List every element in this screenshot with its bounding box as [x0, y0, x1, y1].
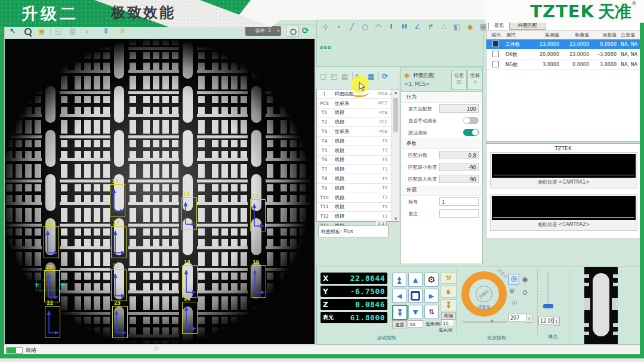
manual-measure-toggle[interactable]	[463, 117, 479, 124]
scroll-down-icon[interactable]: ▼	[392, 216, 399, 221]
exposure-slider-handle[interactable]	[543, 304, 553, 308]
speed-button[interactable]: 速度	[392, 320, 407, 329]
coordinate-button[interactable]: 坐标 ⊹	[467, 70, 483, 90]
list-item[interactable]: T3 坐标系 PCS	[317, 127, 399, 137]
probe-down-button[interactable]: ▼▼	[440, 299, 457, 311]
jog-up-button[interactable]: ▲	[408, 273, 423, 287]
list-item[interactable]: PCS 坐标系 MCS	[317, 99, 399, 109]
spin-down-icon[interactable]: ▾	[556, 321, 557, 324]
table-row[interactable]: 工件数 23.0000 23.0000 0.0000 NA, NA	[486, 39, 640, 49]
cursor-tool-icon[interactable]: ↖	[10, 27, 16, 35]
chart-tool-icon[interactable]: ▧	[69, 27, 76, 35]
geometry-tool-icon[interactable]: ∴	[440, 23, 448, 31]
probe-up-button[interactable]: ⚒	[440, 272, 457, 284]
camera-live-image[interactable]: 13 14 15	[5, 39, 315, 344]
focus-button[interactable]: ♞	[440, 286, 457, 298]
light-tool-icon[interactable]: ☼	[119, 27, 126, 35]
jog-down-fast-button[interactable]: ▼▼	[392, 305, 408, 320]
max-match-input[interactable]: 100	[439, 104, 479, 113]
scroll-up-icon[interactable]: ▲	[392, 90, 399, 94]
motion-settings-button[interactable]: ⚙	[424, 273, 439, 287]
brightness-value[interactable]: 207	[509, 314, 526, 321]
remark-input[interactable]	[439, 209, 479, 218]
roi-tool-icon[interactable]: ◱	[55, 27, 61, 35]
max-angle-input[interactable]: 90	[439, 175, 479, 183]
cross-tool-icon[interactable]: ＋	[84, 27, 91, 37]
min-angle-input[interactable]: -90	[439, 163, 479, 171]
list-item[interactable]: T2 线段 PCS	[317, 117, 399, 127]
list-item[interactable]: T8 线段 T3	[317, 174, 399, 184]
light-mode-back-icon[interactable]: ☉	[511, 299, 517, 307]
list-item[interactable]: T4 线段 T3	[317, 137, 399, 146]
open-file-icon[interactable]: ◰	[331, 72, 337, 81]
joystick-mode-button[interactable]: ⇅	[424, 305, 439, 319]
geometry-tool-icon[interactable]: ↱	[427, 23, 435, 31]
output-checkbox[interactable]	[492, 61, 499, 67]
light-mode-segment-icon[interactable]: ⊛	[509, 287, 514, 295]
spin-down-icon[interactable]: ▾	[528, 318, 530, 321]
stop-motion-button[interactable]	[408, 289, 423, 303]
geometry-tool-icon[interactable]: ∘	[335, 23, 343, 31]
jog-up-fast-button[interactable]: ▲▲	[392, 273, 406, 287]
geometry-tool-icon[interactable]: ◆	[466, 23, 474, 31]
list-item[interactable]: T1 线段 PCS	[317, 109, 399, 118]
jog-left-button[interactable]: ◀	[392, 289, 406, 303]
light-mode-coaxial-icon[interactable]: ◎	[509, 274, 519, 284]
template-field[interactable]: 样图模板: Plus	[318, 225, 389, 237]
speed-input[interactable]: 50	[408, 320, 423, 328]
light-mode-ring-icon[interactable]: ◉	[522, 276, 528, 283]
scroll-thumb[interactable]	[393, 98, 398, 132]
new-file-icon[interactable]: ▢	[320, 72, 326, 81]
list-item[interactable]: T11 线段 T3	[317, 203, 399, 212]
geometry-tool-icon[interactable]: ∠	[414, 23, 421, 31]
output-checkbox[interactable]	[492, 41, 499, 47]
caliper-tool-icon[interactable]: ⇕	[103, 27, 109, 35]
list-item[interactable]: T12 线段 T3	[317, 212, 399, 221]
light-slider[interactable]	[463, 321, 507, 323]
step-input[interactable]: 10	[441, 320, 454, 326]
index-input[interactable]: 1	[439, 197, 479, 206]
activate-measure-toggle[interactable]	[463, 129, 479, 136]
save-file-icon[interactable]: ▤	[341, 72, 348, 81]
zoom-tool-icon[interactable]	[24, 28, 32, 35]
cell-attribute: NG数	[504, 61, 532, 68]
exposure-spinbox[interactable]: 12.00 ▴▾	[538, 317, 560, 326]
jog-right-button[interactable]: ▶	[424, 289, 439, 303]
list-item[interactable]: T9 线段 T3	[317, 184, 399, 193]
list-item[interactable]: T6 线段 T3	[317, 156, 399, 165]
tolerance-button[interactable]: 公差 ◫	[451, 70, 467, 90]
step-button[interactable]: 间隔	[441, 312, 456, 320]
list-scrollbar[interactable]: ▲ ▼	[392, 89, 399, 221]
table-row[interactable]: NG数 3.0000 0.0000 3.0000 NA, NA	[486, 60, 640, 70]
light-mode-dome-icon[interactable]: ⊜	[522, 289, 528, 296]
refresh-list-icon[interactable]: ⟳	[382, 72, 388, 81]
match-number: 15	[252, 194, 258, 199]
list-item[interactable]: T7 线段 T3	[317, 165, 399, 174]
image-tool-icon[interactable]: ▣	[38, 27, 45, 35]
geometry-tool-icon[interactable]: ⊹	[322, 23, 329, 31]
coaxial-light-control[interactable]: 同轴光	[476, 286, 492, 302]
properties-panel: ◆ 样图匹配 <1, MCS> 公差 ◫ 坐标 ⊹ 行为 · 最大匹配数 100…	[400, 67, 483, 264]
list-item[interactable]: T5 线段 T3	[317, 146, 399, 156]
dro-readout: Y -6.7500	[321, 286, 387, 297]
brightness-spinbox[interactable]: 207 ▴▾	[509, 314, 532, 323]
refresh-view-icon[interactable]: ⟳	[302, 26, 309, 35]
output-checkbox[interactable]	[492, 51, 499, 57]
table-row[interactable]: OK数 20.0000 23.0000 -3.0000 NA, NA	[486, 49, 640, 60]
list-item[interactable]: T10 线段 T3	[317, 193, 399, 203]
match-score-input[interactable]: 0.8	[439, 151, 479, 159]
geometry-tool-icon[interactable]: ○	[361, 23, 369, 31]
exposure-value[interactable]: 12.00	[538, 317, 554, 324]
speed-unit: 毫米/秒	[426, 321, 440, 327]
geometry-tool-icon[interactable]: ◠	[374, 23, 382, 31]
snapshot-button[interactable]	[286, 26, 299, 37]
geometry-tool-icon[interactable]: ◧	[453, 23, 461, 31]
match-marker: 15	[250, 199, 266, 231]
properties-header: ◆ 样图匹配 <1, MCS> 公差 ◫ 坐标 ⊹	[401, 67, 482, 92]
geometry-tool-icon[interactable]: H	[400, 23, 408, 31]
geometry-tool-icon[interactable]: I	[387, 23, 395, 31]
jog-down-button[interactable]: ▼	[408, 305, 423, 319]
geometry-tool-icon[interactable]: ╱	[348, 23, 356, 31]
magnification-dropdown[interactable]: 倍率: 2 ▾	[245, 26, 281, 36]
grid-view-icon[interactable]: ▦	[368, 72, 374, 81]
